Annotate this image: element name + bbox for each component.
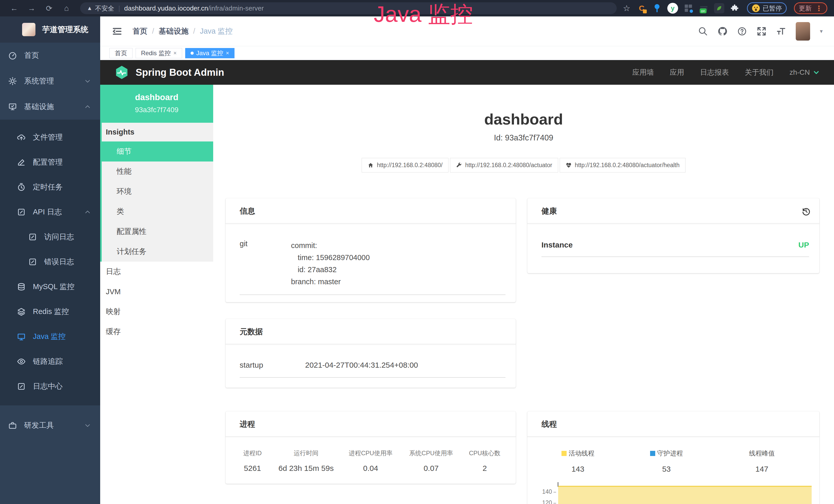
dashboard-icon	[8, 51, 17, 60]
browser-forward-icon[interactable]: →	[24, 3, 39, 14]
sidebar-item-home[interactable]: 首页	[0, 43, 100, 68]
sidebar-item-access-logs[interactable]: 访问日志	[0, 224, 100, 249]
sidebar-item-java-monitor[interactable]: Java 监控	[0, 324, 100, 349]
metadata-row-label: startup	[240, 361, 305, 369]
legend-daemon-threads: 守护进程	[650, 449, 683, 458]
breadcrumb-home[interactable]: 首页	[133, 26, 148, 37]
address-bar[interactable]: ▲ 不安全 | dashboard.yudao.iocoder.cn /infr…	[80, 2, 617, 14]
cpu-cores-value: 2	[461, 464, 508, 473]
timer-icon	[17, 183, 26, 191]
menu-item-details[interactable]: 细节	[102, 141, 213, 161]
sba-locale-select[interactable]: zh-CN	[790, 68, 820, 76]
gear-icon	[8, 77, 17, 86]
menu-item-caches[interactable]: 缓存	[100, 322, 213, 342]
tag-view-bar: 首页 Redis 监控 × Java 监控 ×	[100, 46, 834, 60]
app-logo	[22, 23, 36, 36]
tab-redis-monitor[interactable]: Redis 监控 ×	[136, 48, 182, 58]
security-label: 不安全	[95, 4, 114, 13]
legend-yellow-swatch	[562, 451, 567, 456]
extension-pin-icon[interactable]	[652, 3, 662, 13]
sidebar-item-dev-tools[interactable]: 研发工具	[0, 413, 100, 438]
metadata-card-title: 元数据	[240, 327, 263, 337]
sidebar-item-mysql-monitor[interactable]: MySQL 监控	[0, 274, 100, 299]
sidebar-item-scheduled-jobs[interactable]: 定时任务	[0, 175, 100, 200]
peak-threads-value: 147	[712, 465, 812, 474]
menu-item-environment[interactable]: 环境	[102, 182, 213, 202]
sba-logo-icon	[114, 65, 129, 79]
menu-item-mappings[interactable]: 映射	[100, 302, 213, 322]
sidebar-item-infrastructure[interactable]: 基础设施	[0, 94, 100, 120]
browser-home-icon[interactable]: ⌂	[59, 3, 74, 14]
tab-home[interactable]: 首页	[109, 48, 133, 58]
history-icon[interactable]	[802, 207, 811, 216]
actuator-url-link[interactable]: http://192.168.0.2:48080/actuator	[450, 158, 558, 173]
user-avatar[interactable]	[796, 22, 810, 41]
sba-nav: 应用墙 应用 日志报表 关于我们 zh-CN	[632, 68, 820, 77]
monitor-icon	[17, 332, 26, 341]
admin-sidebar: 芋道管理系统 首页 系统管理 基础设施	[0, 17, 100, 504]
browser-reload-icon[interactable]: ⟳	[42, 3, 57, 14]
extensions-row: C y on	[636, 3, 740, 14]
extension-switch-on-icon[interactable]: on	[699, 3, 709, 13]
health-url-link[interactable]: http://192.168.0.2:48080/actuator/health	[560, 158, 685, 173]
extension-vue-devtools-icon[interactable]: y	[667, 3, 678, 14]
info-row-value: commit: time: 1596289704000 id: 27aa832 …	[291, 239, 370, 288]
breadcrumb-infrastructure[interactable]: 基础设施	[159, 26, 189, 37]
sidebar-item-api-logs[interactable]: API 日志	[0, 200, 100, 224]
browser-back-icon[interactable]: ←	[7, 3, 22, 14]
profile-paused-badge[interactable]: 已暂停	[747, 2, 787, 14]
menu-item-jvm[interactable]: JVM	[100, 282, 213, 302]
close-icon[interactable]: ×	[226, 50, 229, 56]
sba-brand-title: Spring Boot Admin	[136, 67, 224, 78]
sba-nav-journal[interactable]: 日志报表	[700, 68, 729, 77]
health-card: 健康 Instance UP	[527, 198, 819, 273]
browser-menu-kebab-icon[interactable]: ⋮	[815, 4, 822, 13]
sba-header: Spring Boot Admin 应用墙 应用 日志报表 关于我们 zh-CN	[100, 60, 834, 85]
active-dot-icon	[191, 52, 194, 55]
service-url-link[interactable]: http://192.168.0.2:48080/	[361, 158, 448, 173]
fullscreen-icon[interactable]	[757, 26, 766, 36]
sidebar-item-redis-monitor[interactable]: Redis 监控	[0, 299, 100, 324]
sidebar-item-system[interactable]: 系统管理	[0, 68, 100, 94]
menu-item-config-props[interactable]: 配置属性	[102, 222, 213, 242]
breadcrumb: 首页 / 基础设施 / Java 监控	[133, 26, 233, 37]
process-col-header: 进程CPU使用率	[340, 449, 401, 457]
github-icon[interactable]	[718, 26, 727, 36]
search-icon[interactable]	[698, 26, 708, 36]
sidebar-item-log-center[interactable]: 日志中心	[0, 374, 100, 399]
sba-nav-wallboard[interactable]: 应用墙	[632, 68, 654, 77]
divider	[240, 377, 505, 378]
instance-header[interactable]: dashboard 93a3fc7f7409	[100, 85, 213, 123]
tab-java-monitor[interactable]: Java 监控 ×	[185, 48, 235, 58]
sba-nav-about[interactable]: 关于我们	[745, 68, 774, 77]
heartbeat-icon	[566, 162, 572, 168]
help-icon[interactable]	[737, 26, 747, 36]
insights-group: Insights 细节 性能 环境 类 配置属性 计划任务	[100, 123, 213, 261]
process-card: 进程 进程ID 运行时间 进程CPU使用率 系统CPU使用率 CPU核心数 52…	[225, 411, 516, 484]
chevron-up-icon	[84, 209, 91, 215]
sidebar-item-file-management[interactable]: 文件管理	[0, 125, 100, 150]
process-col-header: 运行时间	[272, 449, 341, 457]
menu-item-performance[interactable]: 性能	[102, 161, 213, 182]
sidebar-item-error-logs[interactable]: 错误日志	[0, 249, 100, 274]
menu-item-classes[interactable]: 类	[102, 202, 213, 222]
breadcrumb-current: Java 监控	[200, 26, 233, 37]
browser-update-button[interactable]: 更新 ⋮	[794, 2, 827, 14]
bookmark-star-icon[interactable]: ☆	[623, 3, 630, 13]
font-size-icon[interactable]	[776, 26, 786, 36]
sidebar-item-tracing[interactable]: 链路追踪	[0, 349, 100, 374]
extension-leaf-icon[interactable]	[714, 3, 724, 13]
process-col-header: 进程ID	[233, 449, 272, 457]
sba-instance-sidebar: dashboard 93a3fc7f7409 Insights 细节 性能 环境…	[100, 85, 213, 504]
extension-puzzle-icon[interactable]	[729, 3, 740, 13]
extension-grid-icon[interactable]	[683, 3, 694, 13]
avatar-caret-icon[interactable]: ▾	[820, 28, 823, 35]
sba-nav-applications[interactable]: 应用	[670, 68, 684, 77]
log-icon	[17, 208, 26, 216]
extension-colorpicker-icon[interactable]: C	[636, 3, 647, 13]
close-icon[interactable]: ×	[173, 50, 177, 56]
menu-item-scheduled-tasks[interactable]: 计划任务	[102, 242, 213, 261]
sidebar-item-config-management[interactable]: 配置管理	[0, 150, 100, 175]
menu-item-logs[interactable]: 日志	[100, 261, 213, 282]
hamburger-fold-icon[interactable]	[111, 26, 123, 37]
